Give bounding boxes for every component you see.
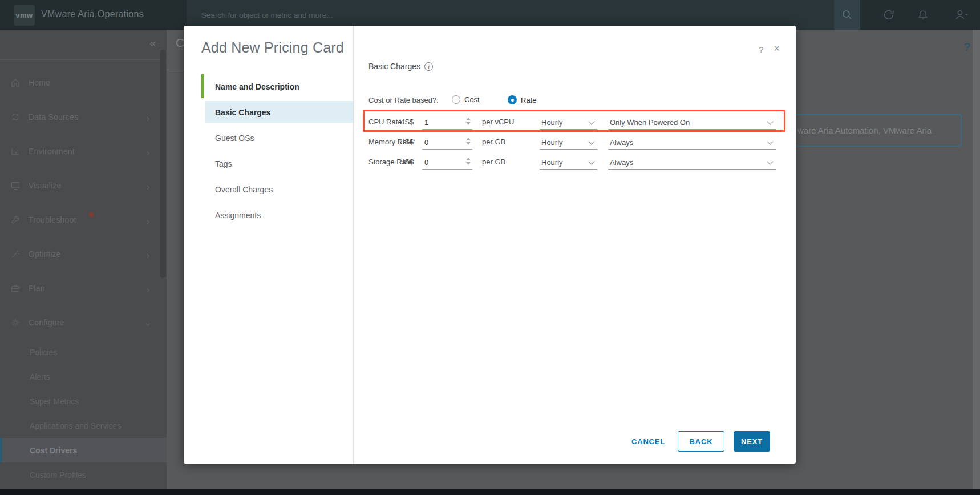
memory-interval-dropdown[interactable]: Hourly xyxy=(540,135,597,150)
chevron-down-icon xyxy=(588,158,594,164)
storage-rate-input[interactable] xyxy=(422,155,460,167)
storage-rate-input-wrap xyxy=(422,155,472,170)
chevron-right-icon xyxy=(145,285,151,292)
sidebar-item-visualize[interactable]: Visualize xyxy=(0,168,167,203)
sidebar-item-label: Alerts xyxy=(30,372,50,381)
storage-rate-unit: per GB xyxy=(482,158,505,166)
sidebar-item-plan[interactable]: Plan xyxy=(0,271,167,305)
sidebar-item-label: Policies xyxy=(30,348,57,357)
sidebar-item-troubleshoot[interactable]: Troubleshoot xyxy=(0,203,167,237)
chevron-right-icon xyxy=(145,217,151,223)
app-title: VMware Aria Operations xyxy=(41,9,144,19)
clipped-box-text: ware Aria Automation, VMware Aria xyxy=(793,126,932,135)
sidebar-item-label: Configure xyxy=(29,318,64,327)
sidebar-item-custom-profiles[interactable]: Custom Profiles xyxy=(0,462,167,487)
sidebar-item-super-metrics[interactable]: Super Metrics xyxy=(0,389,167,413)
radio-rate[interactable]: Rate xyxy=(508,95,536,104)
sidebar-item-label: Custom Profiles xyxy=(30,470,86,480)
radio-cost[interactable]: Cost xyxy=(452,95,480,104)
radio-rate-circle[interactable] xyxy=(508,95,517,104)
section-title: Basic Charges xyxy=(368,62,420,71)
step-overall-charges[interactable]: Overall Charges xyxy=(184,176,353,202)
configure-gear-icon xyxy=(10,317,21,328)
radio-cost-circle[interactable] xyxy=(452,95,460,104)
memory-rate-input[interactable] xyxy=(422,135,460,147)
info-icon[interactable]: i xyxy=(424,62,433,71)
vmware-logo: vmw xyxy=(14,5,35,26)
sidebar-item-label: Plan xyxy=(29,284,45,293)
sidebar-item-label: Super Metrics xyxy=(30,397,79,406)
sidebar-nav: Home Data Sources Environment Visualize … xyxy=(0,60,167,487)
window-bottom-edge xyxy=(0,489,980,495)
storage-interval-dropdown[interactable]: Hourly xyxy=(540,155,597,170)
dialog-steps-panel: Add New Pricing Card Name and Descriptio… xyxy=(184,26,354,464)
close-icon[interactable]: × xyxy=(774,45,780,54)
collapse-sidebar-icon[interactable]: « xyxy=(149,36,156,50)
memory-rate-input-wrap xyxy=(422,135,472,150)
chevron-down-icon xyxy=(588,138,594,144)
sidebar-item-label: Optimize xyxy=(29,249,61,259)
environment-icon xyxy=(10,146,21,156)
sidebar-scrollbar[interactable] xyxy=(160,50,166,278)
vmware-logo-text: vmw xyxy=(15,11,33,19)
chevron-right-icon xyxy=(145,148,151,155)
next-button[interactable]: NEXT xyxy=(734,431,770,452)
sidebar-item-label: Cost Drivers xyxy=(30,446,77,455)
tab-underline xyxy=(167,70,186,70)
sidebar: « Home Data Sources Environment Visualiz… xyxy=(0,30,167,489)
sidebar-item-applications-and-services[interactable]: Applications and Services xyxy=(0,413,167,438)
chevron-right-icon xyxy=(145,251,151,257)
plan-icon xyxy=(10,283,21,293)
step-guest-oss[interactable]: Guest OSs xyxy=(184,125,353,151)
data-sources-icon xyxy=(10,112,21,122)
storage-charge-mode-dropdown[interactable]: Always xyxy=(608,155,776,170)
sidebar-item-cost-drivers[interactable]: Cost Drivers xyxy=(0,438,167,462)
sidebar-item-label: Environment xyxy=(29,147,75,156)
home-icon xyxy=(10,78,21,88)
memory-rate-unit: per GB xyxy=(482,138,505,146)
sidebar-header: « xyxy=(0,30,167,60)
sidebar-item-data-sources[interactable]: Data Sources xyxy=(0,100,167,134)
cost-rate-radio-group: Cost or Rate based?: Cost Rate xyxy=(354,94,796,107)
page-help-icon[interactable]: ? xyxy=(963,40,971,54)
sidebar-item-configure[interactable]: Configure xyxy=(0,305,167,340)
step-basic-charges[interactable]: Basic Charges xyxy=(184,99,353,125)
chevron-right-icon xyxy=(145,183,151,189)
notifications-icon[interactable] xyxy=(912,0,934,30)
add-pricing-card-dialog: Add New Pricing Card Name and Descriptio… xyxy=(184,26,796,464)
optimize-icon xyxy=(10,249,21,259)
step-assignments[interactable]: Assignments xyxy=(184,202,353,228)
back-button[interactable]: BACK xyxy=(678,431,724,452)
search-icon[interactable] xyxy=(834,0,860,30)
sidebar-item-alerts[interactable]: Alerts xyxy=(0,364,167,389)
user-menu-icon[interactable] xyxy=(947,0,975,30)
memory-charge-mode-dropdown[interactable]: Always xyxy=(608,135,776,150)
memory-rate-stepper[interactable] xyxy=(466,138,471,145)
wizard-steps: Name and Description Basic Charges Guest… xyxy=(184,74,353,228)
sidebar-item-label: Applications and Services xyxy=(30,421,121,430)
refresh-icon[interactable] xyxy=(877,0,900,30)
step-tags[interactable]: Tags xyxy=(184,151,353,176)
clipped-assignment-box: ware Aria Automation, VMware Aria xyxy=(792,114,962,147)
step-name-and-description[interactable]: Name and Description xyxy=(184,74,353,99)
sidebar-item-label: Troubleshoot xyxy=(29,215,76,224)
currency-label: US$ xyxy=(399,138,414,146)
chevron-down-icon xyxy=(145,320,151,326)
sidebar-item-home[interactable]: Home xyxy=(0,66,167,100)
dialog-footer: CANCEL BACK NEXT xyxy=(628,431,770,452)
dialog-help-icon[interactable]: ? xyxy=(759,45,763,54)
alert-badge xyxy=(89,212,94,217)
dialog-title: Add New Pricing Card xyxy=(201,39,344,56)
storage-rate-stepper[interactable] xyxy=(466,158,471,165)
chevron-down-icon xyxy=(767,138,773,144)
cancel-button[interactable]: CANCEL xyxy=(628,437,669,446)
sidebar-item-label: Visualize xyxy=(29,181,62,190)
troubleshoot-icon xyxy=(10,215,21,225)
sidebar-item-environment[interactable]: Environment xyxy=(0,134,167,168)
sidebar-item-label: Data Sources xyxy=(29,112,78,122)
page-scrollbar[interactable] xyxy=(973,30,980,495)
sidebar-item-optimize[interactable]: Optimize xyxy=(0,237,167,271)
cost-rate-label: Cost or Rate based?: xyxy=(368,96,439,104)
sidebar-item-label: Home xyxy=(29,78,50,87)
sidebar-item-policies[interactable]: Policies xyxy=(0,340,167,364)
